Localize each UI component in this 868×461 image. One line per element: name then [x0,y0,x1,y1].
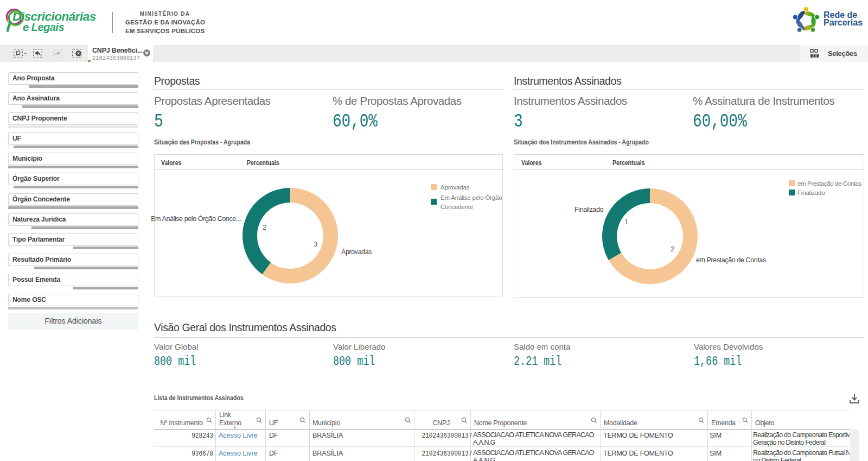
svg-text:e Legais: e Legais [23,21,64,33]
